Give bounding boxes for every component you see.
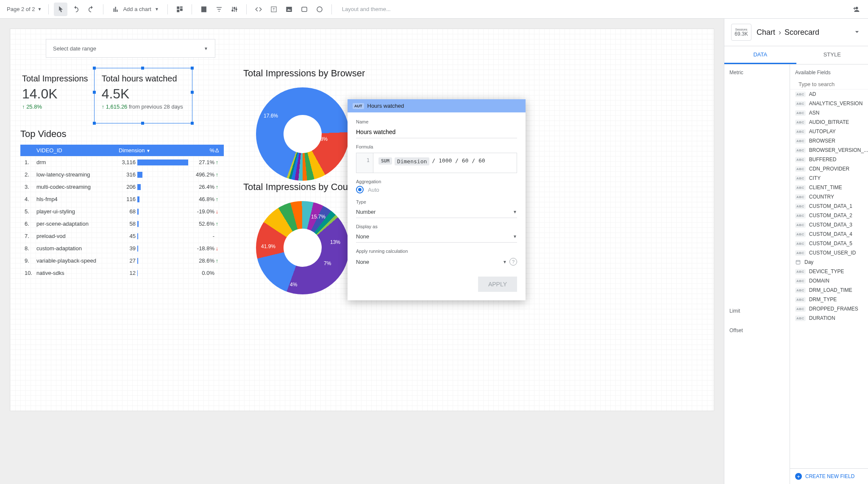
table-row[interactable]: 9.variable-playback-speed2728.6%↑ bbox=[20, 255, 224, 267]
aggregation-auto-option[interactable]: Auto bbox=[356, 186, 517, 193]
col-dimension[interactable]: Dimension ▼ bbox=[119, 147, 191, 154]
field-item[interactable]: ABCANALYTICS_VERSION bbox=[790, 99, 868, 108]
field-item[interactable]: Day bbox=[790, 257, 868, 267]
name-label: Name bbox=[356, 119, 517, 124]
dropdown-icon: ▼ bbox=[513, 234, 517, 239]
chart-type-thumb[interactable]: Sessions 69.3K bbox=[731, 24, 751, 41]
field-item[interactable]: ABCDURATION bbox=[790, 313, 868, 323]
field-item[interactable]: ABCDEVICE_TYPE bbox=[790, 267, 868, 276]
field-item[interactable]: ABCCUSTOM_DATA_2 bbox=[790, 211, 868, 220]
field-item[interactable]: ABCDRM_TYPE bbox=[790, 295, 868, 304]
slice-label: 13% bbox=[330, 239, 340, 245]
redo-button[interactable] bbox=[84, 3, 98, 16]
top-videos-table[interactable]: VIDEO_ID Dimension ▼ % Δ 1.drm3,11627.1%… bbox=[20, 145, 224, 279]
abc-badge: ABC bbox=[795, 241, 806, 246]
table-row[interactable]: 5.player-ui-styling68-19.0%↓ bbox=[20, 205, 224, 218]
layout-theme-button[interactable]: Layout and theme... bbox=[337, 6, 396, 12]
table-row[interactable]: 7.preload-vod45- bbox=[20, 230, 224, 242]
field-item[interactable]: ABCCUSTOM_DATA_3 bbox=[790, 220, 868, 229]
thumb-value: 69.3K bbox=[734, 31, 748, 37]
select-tool[interactable] bbox=[54, 3, 67, 16]
row-percent: - bbox=[191, 233, 214, 239]
apply-button[interactable]: APPLY bbox=[478, 277, 517, 292]
redo-icon bbox=[87, 6, 95, 13]
field-name: BROWSER_VERSION_... bbox=[809, 147, 868, 153]
donut-country[interactable]: 15.7% 13% 7% 4% 41.9% bbox=[256, 201, 349, 294]
field-search[interactable] bbox=[790, 79, 868, 90]
add-people-button[interactable] bbox=[849, 3, 863, 16]
row-video-id: multi-codec-streaming bbox=[36, 184, 119, 190]
field-item[interactable]: ABCAUDIO_BITRATE bbox=[790, 118, 868, 127]
name-input[interactable] bbox=[356, 126, 517, 138]
field-item[interactable]: ABCDOMAIN bbox=[790, 276, 868, 285]
field-item[interactable]: ABCBROWSER_VERSION_... bbox=[790, 145, 868, 155]
field-item[interactable]: ABCDRM_LOAD_TIME bbox=[790, 285, 868, 295]
tab-data[interactable]: DATA bbox=[724, 46, 796, 64]
field-item[interactable]: ABCASN bbox=[790, 108, 868, 118]
table-row[interactable]: 2.low-latency-streaming316496.2%↑ bbox=[20, 168, 224, 181]
image-button[interactable] bbox=[282, 3, 296, 16]
popup-header[interactable]: AUT Hours watched bbox=[348, 99, 526, 112]
date-range-selector[interactable]: Select date range ▼ bbox=[46, 39, 215, 58]
table-row[interactable]: 8.custom-adaptation39-18.8%↓ bbox=[20, 242, 224, 255]
row-video-id: player-ui-styling bbox=[36, 208, 119, 215]
type-select[interactable]: Number ▼ bbox=[356, 206, 517, 218]
text-button[interactable]: T bbox=[267, 3, 281, 16]
field-item[interactable]: ABCAD bbox=[790, 90, 868, 99]
row-video-id: variable-playback-speed bbox=[36, 257, 119, 264]
data-control-button[interactable] bbox=[228, 3, 241, 16]
abc-badge: ABC bbox=[795, 92, 806, 97]
field-item[interactable]: ABCCITY bbox=[790, 173, 868, 183]
field-item[interactable]: ABCCUSTOM_USER_ID bbox=[790, 248, 868, 257]
field-item[interactable]: ABCAUTOPLAY bbox=[790, 127, 868, 136]
rectangle-button[interactable] bbox=[298, 3, 311, 16]
community-viz-button[interactable] bbox=[173, 3, 186, 16]
field-name: AUDIO_BITRATE bbox=[809, 119, 849, 125]
filter-control-button[interactable] bbox=[212, 3, 226, 16]
scorecard-impressions[interactable]: Total Impressions 14.0K ↑ 25.8% bbox=[20, 70, 90, 113]
field-item[interactable]: ABCCUSTOM_DATA_4 bbox=[790, 229, 868, 239]
scorecard-hours-watched[interactable]: Total hours watched 4.5K ↑ 1,615.26 from… bbox=[100, 70, 185, 113]
donut-browser[interactable]: 68.8% 17.6% bbox=[256, 87, 349, 181]
row-video-id: native-sdks bbox=[36, 270, 119, 276]
field-item[interactable]: ABCCOUNTRY bbox=[790, 192, 868, 201]
field-item[interactable]: ABCBUFFERED bbox=[790, 155, 868, 164]
date-range-placeholder: Select date range bbox=[53, 45, 96, 52]
expand-icon[interactable] bbox=[853, 28, 861, 37]
help-icon[interactable]: ? bbox=[509, 258, 517, 266]
create-new-field-button[interactable]: + CREATE NEW FIELD bbox=[790, 468, 868, 484]
undo-button[interactable] bbox=[69, 3, 83, 16]
calculated-field-popup: AUT Hours watched Name Formula 1 SUMDime… bbox=[348, 99, 526, 300]
url-embed-button[interactable] bbox=[252, 3, 265, 16]
tab-style[interactable]: STYLE bbox=[796, 46, 868, 64]
field-item[interactable]: ABCCDN_PROVIDER bbox=[790, 164, 868, 173]
circle-button[interactable] bbox=[313, 3, 326, 16]
field-search-input[interactable] bbox=[798, 81, 868, 87]
formula-editor[interactable]: 1 SUMDimension / 1000 / 60 / 60 bbox=[356, 153, 517, 173]
person-add-icon bbox=[852, 6, 860, 13]
field-item[interactable]: ABCCLIENT_TIME bbox=[790, 183, 868, 192]
field-item[interactable]: ABCDROPPED_FRAMES bbox=[790, 304, 868, 313]
breadcrumb-chart[interactable]: Chart bbox=[757, 28, 775, 37]
field-name: AD bbox=[809, 91, 816, 97]
abc-badge: ABC bbox=[795, 278, 806, 284]
abc-badge: ABC bbox=[795, 288, 806, 293]
page-indicator[interactable]: Page 2 of 2 ▼ bbox=[5, 6, 43, 12]
add-chart-button[interactable]: Add a chart ▼ bbox=[108, 6, 162, 13]
col-video-id[interactable]: VIDEO_ID bbox=[36, 147, 119, 154]
table-row[interactable]: 3.multi-codec-streaming20626.4%↑ bbox=[20, 181, 224, 193]
col-delta[interactable]: Δ bbox=[214, 147, 220, 154]
display-select[interactable]: None ▼ bbox=[356, 231, 517, 243]
canvas-area[interactable]: Select date range ▼ Total Impressions 14… bbox=[0, 19, 724, 484]
field-item[interactable]: ABCCUSTOM_DATA_1 bbox=[790, 201, 868, 211]
field-item[interactable]: ABCBROWSER bbox=[790, 136, 868, 145]
running-calc-select[interactable]: None ▼? bbox=[356, 255, 517, 268]
table-row[interactable]: 4.hls-fmp411646.8%↑ bbox=[20, 193, 224, 205]
col-percent[interactable]: % bbox=[191, 147, 214, 154]
table-row[interactable]: 10.native-sdks120.0% bbox=[20, 267, 224, 279]
field-item[interactable]: ABCCUSTOM_DATA_5 bbox=[790, 239, 868, 248]
scorecard-title: Total Impressions bbox=[22, 74, 88, 84]
table-row[interactable]: 1.drm3,11627.1%↑ bbox=[20, 156, 224, 168]
table-row[interactable]: 6.per-scene-adaptation5852.6%↑ bbox=[20, 218, 224, 230]
date-range-control-button[interactable] bbox=[197, 3, 211, 16]
